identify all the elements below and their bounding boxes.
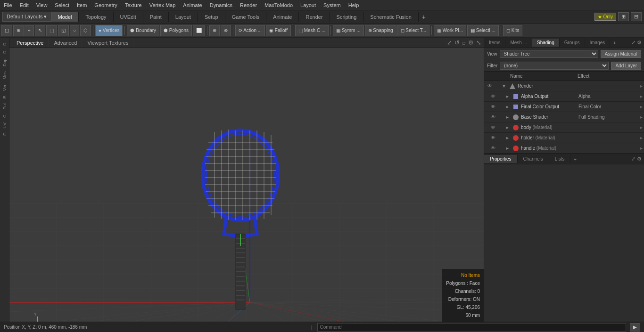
panel-tab-groups[interactable]: Groups [560, 39, 585, 47]
command-input[interactable] [317, 323, 627, 332]
vp-tab-perspective[interactable]: Perspective [12, 39, 49, 47]
menu-layout[interactable]: Layout [297, 1, 320, 9]
tab-paint[interactable]: Paint [143, 12, 169, 22]
menu-select[interactable]: Select [51, 1, 73, 9]
prop-tab-lists[interactable]: Lists [549, 155, 571, 163]
filter-dropdown[interactable]: (none) [500, 62, 609, 70]
expand-holder[interactable]: ▸ [504, 135, 511, 140]
vp-icon-expand[interactable]: ⤡ [476, 39, 481, 46]
panel-tab-shading[interactable]: Shading [532, 39, 560, 47]
layout-add-button[interactable]: + [419, 12, 429, 22]
sidebar-label-6[interactable]: E: [2, 93, 8, 100]
eye-finalcolor[interactable]: 👁 [489, 104, 497, 109]
layer-row-handle[interactable]: 👁 ▸ handle (Material) ▸ [484, 143, 644, 154]
layer-row-finalcolor[interactable]: 👁 ▸ Final Color Output Final Color ▸ [484, 102, 644, 112]
tool-plus[interactable]: ⊕ [209, 25, 220, 36]
sidebar-label-10[interactable]: F: [2, 130, 8, 137]
menu-dynamics[interactable]: Dynamics [206, 1, 236, 9]
sidebar-label-1[interactable]: D: [2, 40, 8, 47]
panel-tab-add[interactable]: + [610, 39, 619, 47]
menu-geometry[interactable]: Geometry [91, 1, 121, 9]
tool-selection[interactable]: ▦ Selecti ... [467, 25, 499, 36]
prop-tab-channels[interactable]: Channels [518, 155, 549, 163]
eye-holder[interactable]: 👁 [489, 135, 497, 140]
layer-arrow-alpha[interactable]: ▸ [635, 94, 643, 99]
expand-finalcolor[interactable]: ▸ [504, 104, 511, 109]
menu-system[interactable]: System [320, 1, 345, 9]
menu-view[interactable]: View [33, 1, 51, 9]
sidebar-label-5[interactable]: Ver: [2, 82, 8, 92]
layer-row-alpha[interactable]: 👁 ▸ Alpha Output Alpha ▸ [484, 91, 644, 102]
layer-row-body[interactable]: 👁 ▸ body (Material) ▸ [484, 122, 644, 133]
panel-tab-mesh[interactable]: Mesh ... [505, 39, 532, 47]
tool-oval[interactable]: ○ [70, 25, 79, 36]
vp-icon-zoom[interactable]: ⌕ [462, 39, 466, 46]
layer-arrow-handle[interactable]: ▸ [635, 146, 643, 151]
menu-item[interactable]: Item [73, 1, 91, 9]
command-submit-button[interactable]: ▶ [630, 323, 640, 332]
layout-dropdown[interactable]: Default Layouts ▾ [2, 12, 51, 22]
tab-animate[interactable]: Animate [266, 12, 299, 22]
tab-setup[interactable]: Setup [198, 12, 225, 22]
menu-help[interactable]: Help [345, 1, 363, 9]
expand-render[interactable]: ▼ [501, 83, 507, 89]
sidebar-label-8[interactable]: C: [2, 112, 8, 119]
layer-row-baseshader[interactable]: 👁 ▸ Base Shader Full Shading ▸ [484, 112, 644, 122]
panel-icon-expand[interactable]: ⤢ [631, 40, 636, 46]
viewport-canvas[interactable]: X Y Z No Items Polygons : Face Channels:… [9, 48, 484, 322]
tool-falloff[interactable]: ◉ Falloff [266, 25, 291, 36]
tool-select-t[interactable]: ◻ Select T... [397, 25, 430, 36]
eye-body[interactable]: 👁 [489, 125, 497, 130]
tool-snapping[interactable]: ⊕ Snapping [365, 25, 396, 36]
tool-box[interactable]: ⬚ [46, 25, 57, 36]
tool-select[interactable]: ▢ [1, 25, 12, 36]
panel-icon-settings[interactable]: ⚙ [637, 40, 642, 46]
tool-mesh[interactable]: ⬚ Mesh C ... [295, 25, 329, 36]
assign-material-button[interactable]: Assign Material [601, 50, 641, 58]
tool-lasso[interactable]: ⌖ [25, 25, 34, 36]
menu-animate[interactable]: Animate [179, 1, 206, 9]
layer-arrow-body[interactable]: ▸ [635, 125, 643, 130]
vp-icon-settings[interactable]: ⚙ [468, 39, 474, 46]
tab-schematic[interactable]: Schematic Fusion [363, 12, 418, 22]
tool-vertices[interactable]: ● Vertices [95, 25, 123, 36]
add-layer-button[interactable]: Add Layer [611, 62, 641, 70]
viewport[interactable]: Perspective Advanced Viewport Textures ⤢… [9, 38, 484, 322]
tab-uvedit[interactable]: UVEdit [114, 12, 143, 22]
vp-tab-advanced[interactable]: Advanced [49, 39, 82, 47]
tool-boundary[interactable]: ⬟ Boundary [127, 25, 159, 36]
tab-model[interactable]: Model [51, 12, 79, 22]
tool-hex[interactable]: ⬡ [80, 25, 91, 36]
eye-alpha[interactable]: 👁 [489, 94, 497, 99]
sidebar-label-4[interactable]: Mes: [2, 69, 8, 81]
sidebar-label-3[interactable]: Dup: [2, 56, 8, 68]
menu-render[interactable]: Render [236, 1, 261, 9]
prop-tab-add[interactable]: + [570, 155, 579, 163]
eye-handle[interactable]: 👁 [489, 146, 497, 151]
menu-vertexmap[interactable]: Vertex Map [146, 1, 180, 9]
sidebar-label-9[interactable]: UV: [2, 120, 8, 130]
tool-square[interactable]: ⬜ [193, 25, 205, 36]
prop-icon-settings[interactable]: ⚙ [637, 156, 642, 162]
tool-cross[interactable]: ⊗ [221, 25, 231, 36]
shader-tree-dropdown[interactable]: Shader Tree [500, 50, 598, 58]
eye-baseshader[interactable]: 👁 [489, 114, 497, 120]
vp-icon-move[interactable]: ⤢ [447, 39, 452, 46]
layout-collapse-icon[interactable]: ⊟ [631, 12, 642, 21]
tab-gametools[interactable]: Game Tools [225, 12, 267, 22]
layer-arrow-finalcolor[interactable]: ▸ [635, 104, 643, 109]
expand-alpha[interactable]: ▸ [504, 94, 511, 99]
vp-tab-textures[interactable]: Viewport Textures [83, 39, 133, 47]
layer-row-holder[interactable]: 👁 ▸ holder (Material) ▸ [484, 133, 644, 143]
layer-row-render[interactable]: 👁 ▼ Render ▸ [484, 81, 644, 91]
panel-tab-images[interactable]: Images [585, 39, 611, 47]
tab-layout[interactable]: Layout [169, 12, 198, 22]
sidebar-label-7[interactable]: Pol: [2, 101, 8, 111]
sidebar-label-2[interactable]: D: [2, 48, 8, 55]
tab-render[interactable]: Render [299, 12, 330, 22]
menu-maxtomodo[interactable]: MaxToModo [261, 1, 297, 9]
tool-arrow[interactable]: ↖ [35, 25, 45, 36]
layer-arrow-holder[interactable]: ▸ [635, 135, 643, 140]
tab-scripting[interactable]: Scripting [330, 12, 364, 22]
expand-baseshader[interactable]: ▸ [504, 114, 511, 120]
